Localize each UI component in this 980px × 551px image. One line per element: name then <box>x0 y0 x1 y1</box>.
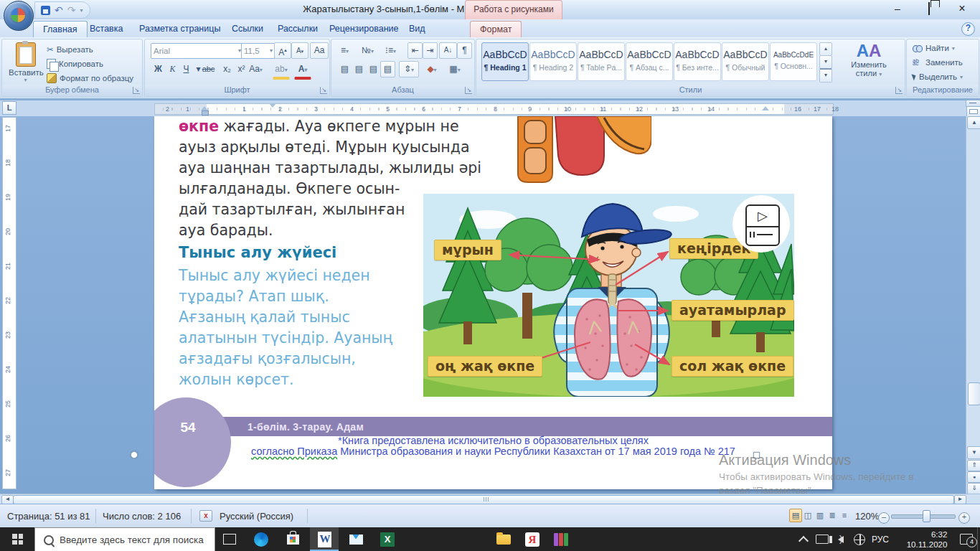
help-button[interactable]: ? <box>961 22 975 36</box>
style-normal[interactable]: AaBbCcD ¶ Обычный <box>722 42 769 81</box>
styles-gallery-up-icon[interactable]: ▴ <box>819 42 832 56</box>
increase-indent-button[interactable]: ⇥ <box>423 42 438 59</box>
vertical-scroll-thumb[interactable] <box>968 382 980 405</box>
line-spacing-button[interactable]: ⇕▾ <box>399 61 419 77</box>
style-heading2[interactable]: AaBbCcD ¶ Heading 2 <box>529 42 577 81</box>
borders-button[interactable]: ▦▾ <box>445 61 465 77</box>
style-body-text[interactable]: AaBbCcDdE ¶ Основн... <box>770 42 817 81</box>
bold-button[interactable]: Ж <box>151 61 166 77</box>
close-button[interactable]: × <box>951 2 973 16</box>
store-taskbar-button[interactable] <box>278 527 307 551</box>
language-indicator[interactable]: Русский (Россия) <box>220 511 293 522</box>
tab-view[interactable]: Вид <box>400 21 435 37</box>
tab-insert[interactable]: Вставка <box>80 21 132 37</box>
horizontal-scrollbar[interactable]: ◄ ► <box>0 494 980 504</box>
view-outline-icon[interactable]: ≣ <box>826 509 839 522</box>
tray-language-button[interactable]: РУС <box>868 527 892 551</box>
highlight-button[interactable]: ab▾ <box>273 61 290 80</box>
horizontal-ruler[interactable]: 2 1 1 2 3 4 5 6 7 8 9 10 11 12 13 14 16 … <box>154 103 834 115</box>
tray-expand-button[interactable] <box>795 527 812 551</box>
select-button[interactable]: Выделить ▾ <box>913 72 963 81</box>
copy-button[interactable]: Копировать <box>47 59 103 69</box>
tab-stop-selector[interactable]: L <box>2 101 17 115</box>
tab-page-layout[interactable]: Разметка страницы <box>130 21 230 37</box>
tab-review[interactable]: Рецензирование <box>320 21 408 37</box>
tab-mailings[interactable]: Рассылки <box>268 21 327 37</box>
tray-network-button[interactable] <box>851 527 868 551</box>
font-size-select[interactable]: 11,5▾ <box>241 43 275 59</box>
select-browse-object-icon[interactable]: ● <box>967 471 980 483</box>
align-right-button[interactable]: ▤ <box>366 61 381 77</box>
align-left-button[interactable]: ▤ <box>337 61 352 77</box>
tray-clock[interactable]: 6:3210.11.2020 <box>897 527 957 551</box>
start-button[interactable] <box>0 527 34 551</box>
previous-page-icon[interactable]: ⇑ <box>967 460 980 471</box>
tray-volume-button[interactable] <box>832 527 849 551</box>
change-case-button[interactable]: Aa▾ <box>248 61 263 77</box>
redo-icon[interactable]: ↷ <box>67 5 76 15</box>
strikethrough-button[interactable]: abc <box>201 61 216 77</box>
right-indent-marker[interactable] <box>762 106 769 110</box>
restore-button[interactable] <box>918 2 940 16</box>
zoom-out-button[interactable]: – <box>878 512 890 524</box>
font-color-button[interactable]: А▾ <box>294 61 311 80</box>
view-print-layout-icon[interactable]: ▤ <box>789 509 802 522</box>
save-icon[interactable] <box>41 6 50 15</box>
explorer-taskbar-button[interactable] <box>489 527 518 551</box>
zoom-in-button[interactable]: + <box>958 512 970 524</box>
paste-button[interactable]: Вставить ▾ <box>9 42 42 84</box>
clipboard-dialog-launcher-icon[interactable]: ↘ <box>133 87 140 94</box>
replace-button[interactable]: abac Заменить <box>913 58 963 67</box>
tab-references[interactable]: Ссылки <box>222 21 273 37</box>
picture-resize-handle-left[interactable] <box>131 451 138 458</box>
scroll-up-icon[interactable]: ▲ <box>967 116 980 129</box>
yandex-taskbar-button[interactable]: Я <box>518 527 547 551</box>
spellcheck-icon[interactable]: x <box>199 510 212 522</box>
justify-button[interactable]: ▤ <box>380 61 395 77</box>
show-paragraph-marks-button[interactable]: ¶ <box>457 42 472 59</box>
task-view-button[interactable] <box>215 527 244 551</box>
font-name-select[interactable]: Arial▾ <box>151 43 244 59</box>
vertical-scrollbar[interactable]: ▲ ▼ ⇑ ● ⇓ <box>966 116 980 494</box>
styles-dialog-launcher-icon[interactable]: ↘ <box>895 87 903 94</box>
grow-font-button[interactable]: A▴ <box>274 42 291 59</box>
multilevel-list-button[interactable]: ⁝≡▾ <box>383 42 398 59</box>
tab-home[interactable]: Главная <box>33 21 88 38</box>
next-page-icon[interactable]: ⇓ <box>967 483 980 494</box>
styles-gallery-down-icon[interactable]: ▾ <box>819 55 832 69</box>
excel-taskbar-button[interactable]: X <box>373 527 402 551</box>
first-line-indent-marker[interactable] <box>269 103 276 108</box>
style-table-paragraph[interactable]: AaBbCcD ¶ Table Pa... <box>578 42 625 81</box>
ruler-toggle-button[interactable] <box>966 106 980 117</box>
style-heading1[interactable]: AaBbCcD ¶ Heading 1 <box>481 42 529 81</box>
align-center-button[interactable]: ▤ <box>352 61 367 77</box>
minimize-button[interactable]: – <box>887 2 908 16</box>
qat-customize-dropdown-icon[interactable]: ▾ <box>80 7 83 14</box>
winrar-taskbar-button[interactable] <box>547 527 575 551</box>
change-styles-button[interactable]: АA Изменить стили ▾ <box>838 42 900 85</box>
style-no-spacing[interactable]: AaBbCcD ¶ Без инте... <box>674 42 721 81</box>
edge-taskbar-button[interactable] <box>247 527 275 551</box>
numbering-button[interactable]: №▾ <box>360 42 375 59</box>
mail-taskbar-button[interactable] <box>341 527 370 551</box>
styles-gallery-more-icon[interactable]: ▾ <box>819 68 832 83</box>
shrink-font-button[interactable]: A▾ <box>291 42 308 59</box>
font-dialog-launcher-icon[interactable]: ↘ <box>320 87 327 94</box>
cut-button[interactable]: ✂ Вырезать <box>47 44 93 55</box>
action-center-button[interactable]: 4 <box>957 527 976 551</box>
paste-dropdown-icon[interactable]: ▾ <box>9 77 42 83</box>
find-button[interactable]: Найти ▾ <box>913 44 955 52</box>
word-taskbar-button[interactable]: W <box>310 527 339 551</box>
shading-button[interactable]: ◆▾ <box>422 61 442 77</box>
style-paragraph-list[interactable]: AaBbCcD ¶ Абзац с... <box>626 42 673 81</box>
clear-formatting-button[interactable]: Aa <box>310 42 329 59</box>
bullets-button[interactable]: ≡▾ <box>337 42 352 59</box>
show-desktop-button[interactable] <box>977 527 980 551</box>
office-button[interactable] <box>4 1 34 31</box>
tab-picture-format[interactable]: Формат <box>470 21 522 38</box>
paragraph-dialog-launcher-icon[interactable]: ↘ <box>465 87 472 94</box>
page-indicator[interactable]: Страница: 51 из 81 <box>7 511 90 522</box>
subscript-button[interactable]: x₂ <box>220 61 235 77</box>
tray-display-button[interactable] <box>814 527 831 551</box>
sort-button[interactable]: А↓ <box>439 42 457 59</box>
